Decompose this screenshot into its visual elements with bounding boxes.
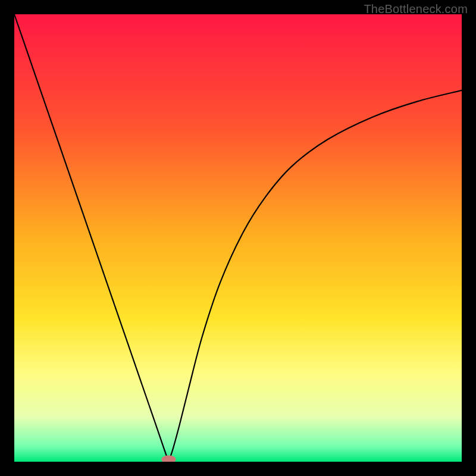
watermark-text: TheBottleneck.com: [364, 2, 468, 16]
plot-background: [14, 14, 462, 462]
chart-plot: [14, 14, 462, 462]
chart-frame: TheBottleneck.com: [0, 0, 476, 476]
